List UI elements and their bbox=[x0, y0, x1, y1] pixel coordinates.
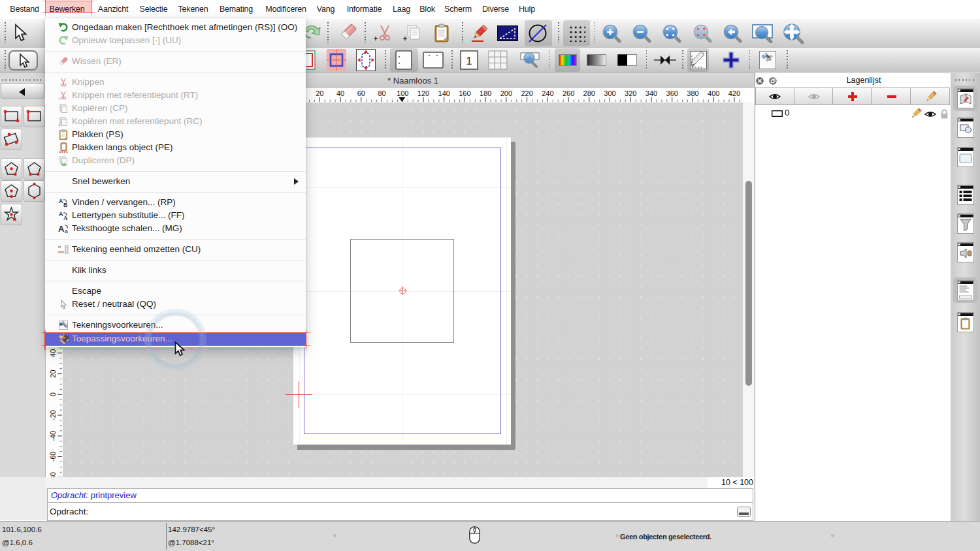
svg-text:20: 20 bbox=[49, 370, 57, 377]
svg-text:220: 220 bbox=[521, 89, 532, 97]
svg-text:300: 300 bbox=[604, 89, 615, 97]
svg-text:60: 60 bbox=[357, 89, 365, 97]
svg-text:B: B bbox=[63, 202, 68, 208]
svg-text:380: 380 bbox=[687, 89, 698, 97]
svg-text:240: 240 bbox=[542, 89, 553, 97]
svg-text:400: 400 bbox=[708, 89, 719, 97]
svg-text:420: 420 bbox=[728, 89, 740, 97]
svg-text:180: 180 bbox=[480, 89, 491, 97]
svg-text:0: 0 bbox=[49, 392, 57, 396]
svg-text:mm: mm bbox=[58, 250, 65, 254]
svg-text:A: A bbox=[59, 211, 63, 217]
svg-text:40: 40 bbox=[336, 89, 344, 97]
svg-text:320: 320 bbox=[625, 89, 636, 97]
svg-text:140: 140 bbox=[438, 89, 450, 97]
svg-text:A: A bbox=[63, 215, 68, 221]
svg-text:340: 340 bbox=[645, 89, 657, 97]
svg-text:120: 120 bbox=[417, 89, 429, 97]
svg-text:80: 80 bbox=[378, 89, 385, 97]
svg-text:200: 200 bbox=[500, 89, 512, 97]
svg-text:360: 360 bbox=[666, 89, 678, 97]
svg-text:1: 1 bbox=[466, 55, 472, 67]
svg-text:A: A bbox=[59, 198, 63, 204]
svg-text:-20: -20 bbox=[49, 410, 57, 420]
svg-text:280: 280 bbox=[583, 89, 595, 97]
svg-text:in: in bbox=[58, 245, 61, 249]
svg-text:A: A bbox=[65, 229, 68, 234]
svg-text:40: 40 bbox=[49, 349, 57, 357]
svg-text:-40: -40 bbox=[49, 431, 57, 441]
svg-text:-60: -60 bbox=[49, 452, 57, 462]
svg-text:160: 160 bbox=[459, 89, 470, 97]
svg-text:A: A bbox=[58, 224, 65, 234]
svg-text:260: 260 bbox=[563, 89, 574, 97]
svg-text:20: 20 bbox=[316, 89, 323, 97]
svg-text:100: 100 bbox=[397, 89, 408, 97]
